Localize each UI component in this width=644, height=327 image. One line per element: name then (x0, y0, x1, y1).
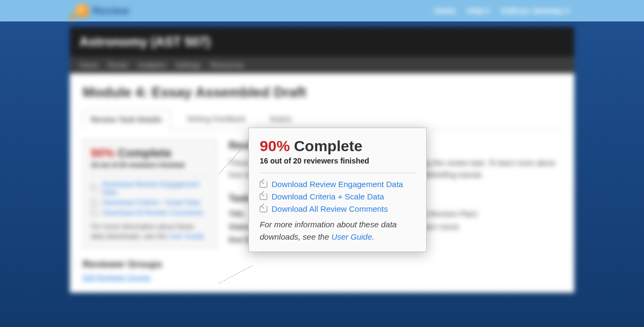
coursenav-resources[interactable]: Resources (210, 61, 244, 69)
coursenav-home[interactable]: Home (79, 61, 98, 69)
dl-comments-link[interactable]: Download All Review Comments (103, 209, 203, 217)
module-title: Module 4: Essay Assembled Draft (83, 84, 561, 101)
download-icon (91, 210, 98, 216)
logo-mark-icon (75, 4, 89, 18)
completion-percent: 90% Complete (91, 146, 209, 160)
tab-review-details[interactable]: Review Task Details (83, 109, 170, 130)
topnav-home[interactable]: Home (435, 6, 456, 15)
completion-subtitle: 16 out of 20 reviewers finished (260, 157, 415, 165)
user-guide-link[interactable]: User Guide (331, 232, 372, 241)
download-icon (260, 206, 267, 212)
dl-criteria-link[interactable]: Download Criteria + Scale Data (103, 198, 200, 206)
completion-info: For more information about these data do… (91, 222, 209, 241)
brand-logo: Review (75, 4, 129, 18)
dl-engagement-link[interactable]: Download Review Engagement Data (102, 180, 209, 196)
download-icon (260, 181, 267, 188)
completion-percent: 90% Complete (260, 138, 415, 155)
completion-subtitle: 16 out of 20 reviewers finished (91, 161, 209, 169)
completion-panel: 90% Complete 16 out of 20 reviewers fini… (248, 128, 427, 252)
coursenav-settings[interactable]: Settings (175, 61, 201, 69)
dl-engagement-link[interactable]: Download Review Engagement Data (272, 180, 403, 189)
dl-criteria-link[interactable]: Download Criteria + Scale Data (272, 192, 384, 201)
edit-reviewer-groups-link[interactable]: Edit Reviewer Groups (83, 273, 150, 281)
download-icon (91, 199, 98, 206)
coursenav-analytics[interactable]: Analytics (138, 61, 166, 69)
coursenav-roster[interactable]: Roster (108, 61, 128, 69)
topnav-help[interactable]: Help ▾ (467, 6, 489, 15)
completion-info: For more information about these data do… (260, 219, 415, 243)
download-icon (91, 185, 98, 191)
brand-name: Review (92, 5, 129, 17)
topnav-user[interactable]: Kathryn Janeway ▾ (501, 6, 569, 15)
dl-comments-link[interactable]: Download All Review Comments (272, 204, 388, 213)
course-title: Astronomy (AST 507) (70, 27, 574, 57)
tab-feedback[interactable]: Writing Feedback (180, 109, 253, 129)
user-guide-link[interactable]: User Guide (169, 232, 204, 240)
completion-panel-bg: 90% Complete 16 out of 20 reviewers fini… (83, 139, 217, 248)
download-icon (260, 194, 267, 200)
reviewer-groups-heading: Reviewer Groups (83, 259, 217, 270)
tab-rubric[interactable]: Rubric (263, 109, 299, 129)
